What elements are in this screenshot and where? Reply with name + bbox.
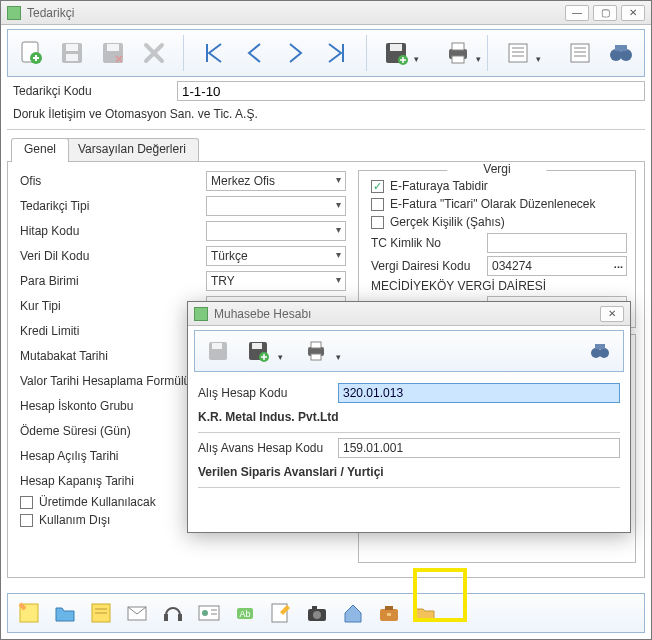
svg-rect-3: [66, 44, 78, 51]
maximize-button[interactable]: ▢: [593, 5, 617, 21]
folder-button[interactable]: [50, 598, 80, 628]
tip-label: Tedarikçi Tipi: [16, 199, 206, 213]
svg-rect-25: [615, 45, 627, 51]
dialog-toolbar: [194, 330, 624, 372]
new-button[interactable]: [18, 38, 45, 68]
list-icon: [506, 41, 530, 65]
delete-button[interactable]: [141, 38, 168, 68]
dil-combo[interactable]: Türkçe: [206, 246, 346, 266]
avans-input[interactable]: 159.01.001: [338, 438, 620, 458]
last-icon: [325, 42, 347, 64]
tckimlik-input[interactable]: [487, 233, 627, 253]
svg-rect-14: [452, 56, 464, 63]
dialog-save-button[interactable]: [203, 336, 233, 366]
para-combo[interactable]: TRY: [206, 271, 346, 291]
tab-general[interactable]: Genel: [11, 138, 69, 162]
svg-point-55: [599, 348, 609, 358]
svg-rect-47: [212, 343, 222, 349]
divider: [198, 487, 620, 488]
tckimlik-label: TC Kimlik No: [367, 236, 487, 250]
dialog-app-icon: [194, 307, 208, 321]
last-record-button[interactable]: [323, 38, 350, 68]
contact-button[interactable]: [194, 598, 224, 628]
titlebar: Tedarikçi — ▢ ✕: [1, 1, 651, 25]
para-label: Para Birimi: [16, 274, 206, 288]
kullanim-checkbox[interactable]: [20, 514, 33, 527]
save-close-icon: [100, 40, 126, 66]
main-window: Tedarikçi — ▢ ✕: [0, 0, 652, 640]
folder-icon: [53, 601, 77, 625]
code-label: Tedarikçi Kodu: [7, 84, 177, 98]
home-button[interactable]: [338, 598, 368, 628]
dialog-save-menu[interactable]: [243, 336, 273, 366]
note-button[interactable]: [14, 598, 44, 628]
mutabakat-label: Mutabakat Tarihi: [16, 349, 206, 363]
iskonto-label: Hesap İskonto Grubu: [16, 399, 206, 413]
hitap-label: Hitap Kodu: [16, 224, 206, 238]
mail-icon: [125, 601, 149, 625]
efatura-checkbox[interactable]: [371, 180, 384, 193]
headset-button[interactable]: [158, 598, 188, 628]
delete-icon: [141, 40, 167, 66]
tab-bar: Genel Varsayılan Değerleri: [7, 138, 645, 162]
svg-rect-6: [107, 44, 119, 51]
tab-defaults[interactable]: Varsayılan Değerleri: [65, 138, 199, 162]
export-save-menu[interactable]: [383, 38, 410, 68]
hitap-combo[interactable]: [206, 221, 346, 241]
list-menu-2[interactable]: [566, 38, 593, 68]
minimize-button[interactable]: —: [565, 5, 589, 21]
next-icon: [284, 42, 306, 64]
contact-card-icon: [197, 601, 221, 625]
dialog-print-menu[interactable]: [301, 336, 331, 366]
alis-label: Alış Hesap Kodu: [198, 386, 338, 400]
list-menu-1[interactable]: [504, 38, 531, 68]
svg-rect-4: [66, 54, 78, 61]
dialog-close-button[interactable]: ✕: [600, 306, 624, 322]
vdk-input[interactable]: 034274: [487, 256, 627, 276]
close-button[interactable]: ✕: [621, 5, 645, 21]
alis-input[interactable]: 320.01.013: [338, 383, 620, 403]
note2-button[interactable]: [86, 598, 116, 628]
main-toolbar: [7, 29, 645, 77]
label-icon: Ab: [233, 601, 257, 625]
gercek-label: Gerçek Kişilik (Şahıs): [390, 215, 505, 229]
code-input[interactable]: [177, 81, 645, 101]
ofis-combo[interactable]: Merkez Ofis: [206, 171, 346, 191]
svg-rect-19: [571, 44, 589, 62]
svg-rect-44: [385, 606, 393, 610]
eticari-checkbox[interactable]: [371, 198, 384, 211]
gercek-checkbox[interactable]: [371, 216, 384, 229]
print-menu[interactable]: [445, 38, 472, 68]
ofis-label: Ofis: [16, 174, 206, 188]
tax-title: Vergi: [447, 162, 546, 176]
tip-combo[interactable]: [206, 196, 346, 216]
label-button[interactable]: Ab: [230, 598, 260, 628]
save-close-button[interactable]: [100, 38, 127, 68]
headset-icon: [161, 601, 185, 625]
eticari-label: E-Fatura "Ticari" Olarak Düzenlenecek: [390, 197, 595, 211]
edit-button[interactable]: [266, 598, 296, 628]
first-record-button[interactable]: [200, 38, 227, 68]
svg-point-34: [202, 610, 208, 616]
window-controls: — ▢ ✕: [565, 5, 645, 21]
svg-rect-53: [311, 354, 321, 360]
dialog-titlebar: Muhasebe Hesabı ✕: [188, 302, 630, 326]
briefcase-button[interactable]: [374, 598, 404, 628]
separator: [183, 35, 184, 71]
mail-button[interactable]: [122, 598, 152, 628]
kullanim-label: Kullanım Dışı: [39, 513, 110, 527]
previous-icon: [244, 42, 266, 64]
save-icon: [59, 40, 85, 66]
uretim-checkbox[interactable]: [20, 496, 33, 509]
binoculars-icon: [608, 40, 634, 66]
dialog-search-button[interactable]: [585, 336, 615, 366]
dil-label: Veri Dil Kodu: [16, 249, 206, 263]
folder2-button[interactable]: [410, 598, 440, 628]
yellow-note-icon: [89, 601, 113, 625]
svg-rect-10: [390, 44, 402, 51]
camera-button[interactable]: [302, 598, 332, 628]
search-button[interactable]: [607, 38, 634, 68]
save-button[interactable]: [59, 38, 86, 68]
previous-record-button[interactable]: [241, 38, 268, 68]
next-record-button[interactable]: [282, 38, 309, 68]
